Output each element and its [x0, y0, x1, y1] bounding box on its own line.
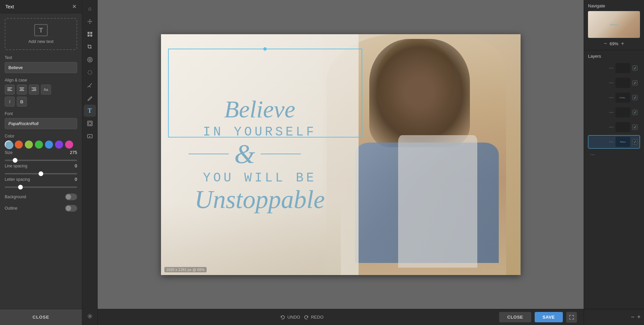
color-swatch-green-yellow[interactable] [25, 141, 33, 149]
toolbar-home-icon[interactable]: ⌂ [84, 3, 96, 15]
close-button-bottom[interactable]: CLOSE [499, 312, 531, 322]
navigate-preview-inner: Believe [588, 11, 640, 38]
line-spacing-row: Line spacing 0 [5, 163, 77, 168]
line-spacing-slider[interactable] [5, 173, 77, 174]
add-text-button[interactable]: T Add new text [5, 18, 77, 50]
zoom-plus-button[interactable]: + [621, 41, 624, 47]
toolbar-settings-icon[interactable] [84, 310, 96, 322]
toolbar-adjust-icon[interactable] [84, 54, 96, 66]
zoom-minus-button[interactable]: − [604, 41, 607, 47]
layer-dots-3[interactable]: ··· [609, 95, 613, 101]
layer-item-3[interactable]: ··· Unstop... [588, 91, 640, 104]
layer-check-4[interactable] [632, 110, 638, 115]
color-swatches [5, 141, 77, 149]
sidebar-close-x-button[interactable]: ✕ [72, 3, 76, 10]
panel-zoom-minus[interactable]: − [631, 314, 635, 321]
bottom-right: CLOSE SAVE [499, 312, 577, 323]
svg-rect-5 [19, 90, 24, 91]
svg-rect-0 [7, 88, 12, 88]
toolbar-crop-icon[interactable] [84, 41, 96, 53]
layer-check-5[interactable] [632, 124, 638, 130]
svg-rect-6 [32, 88, 36, 88]
letter-spacing-row: Letter spacing 0 [5, 177, 77, 182]
svg-rect-3 [19, 88, 24, 88]
svg-rect-4 [20, 89, 23, 90]
undo-button[interactable]: UNDO [280, 315, 300, 320]
line-spacing-label: Line spacing [5, 164, 27, 168]
layer-check-1[interactable] [632, 65, 638, 71]
letter-spacing-slider[interactable] [5, 186, 77, 188]
toolbar-effects-icon[interactable] [84, 66, 96, 78]
layers-title: Layers [588, 54, 640, 59]
align-case-row: Aa [5, 85, 77, 95]
sidebar-title: Text [5, 4, 14, 9]
layer-check-2[interactable] [632, 80, 638, 86]
layer-item-1[interactable]: ··· [588, 61, 640, 75]
layer-dots-5[interactable]: ··· [609, 124, 613, 130]
layer-dots-7[interactable]: ··· [590, 152, 595, 158]
layer-item-7[interactable]: ··· [588, 150, 640, 159]
layer-check-3[interactable] [632, 95, 638, 100]
layer-thumb-2 [615, 78, 630, 88]
redo-button[interactable]: REDO [304, 315, 324, 320]
align-right-button[interactable] [29, 85, 39, 95]
color-swatch-multi[interactable] [5, 141, 13, 149]
layer-item-5[interactable]: ··· [588, 120, 640, 134]
align-center-button[interactable] [17, 85, 27, 95]
bottom-toolbar: UNDO REDO CLOSE SAVE [98, 309, 584, 325]
svg-rect-18 [88, 121, 92, 126]
svg-rect-14 [88, 35, 90, 37]
color-swatch-purple[interactable] [55, 141, 63, 149]
layer-thumb-6: Believe [615, 137, 630, 147]
zoom-value: 69% [609, 41, 618, 46]
toolbar-pen-icon[interactable] [84, 92, 96, 104]
color-swatch-orange[interactable] [15, 141, 23, 149]
toolbar-media-icon[interactable] [84, 130, 96, 142]
toolbar-brush-icon[interactable] [84, 79, 96, 91]
save-button[interactable]: SAVE [535, 312, 563, 322]
text-in-yourself: IN YOURSELF [203, 125, 317, 139]
color-swatch-pink[interactable] [65, 141, 73, 149]
layer-item-4[interactable]: ··· [588, 106, 640, 119]
size-label: Size [5, 150, 12, 155]
style-buttons-row: I B [5, 97, 77, 107]
layer-dots-4[interactable]: ··· [609, 109, 613, 115]
svg-rect-13 [90, 32, 92, 34]
icon-toolbar: ⌂ [82, 0, 98, 325]
toolbar-frames-icon[interactable] [84, 117, 96, 129]
outline-label: Outline [5, 206, 17, 211]
bold-button[interactable]: B [17, 97, 27, 107]
color-swatch-blue[interactable] [45, 141, 53, 149]
layer-thumb-1 [615, 63, 630, 73]
layer-dots-1[interactable]: ··· [609, 65, 613, 71]
background-toggle[interactable] [65, 194, 77, 200]
layer-item-6[interactable]: ··· Believe [588, 135, 640, 149]
layer-dots-2[interactable]: ··· [609, 80, 613, 86]
panel-zoom-plus[interactable]: + [637, 314, 641, 321]
bottom-right-panel: − + [584, 309, 644, 325]
case-transform-button[interactable]: Aa [41, 85, 51, 95]
toolbar-move-icon[interactable] [84, 15, 96, 28]
font-input-field[interactable] [5, 118, 77, 129]
layer-item-2[interactable]: ··· [588, 76, 640, 90]
toolbar-arrange-icon[interactable] [84, 28, 96, 40]
canvas: Believe IN YOURSELF & YOU WILL BE Unstop… [161, 34, 521, 275]
canvas-wrapper[interactable]: Believe IN YOURSELF & YOU WILL BE Unstop… [98, 0, 584, 309]
color-swatch-green[interactable] [35, 141, 43, 149]
letter-spacing-label: Letter spacing [5, 177, 30, 182]
divider-line-right [261, 154, 301, 154]
size-slider[interactable] [5, 160, 77, 161]
expand-button[interactable] [566, 312, 577, 323]
divider-section-top: & [189, 141, 331, 167]
layer-check-6[interactable] [632, 139, 638, 145]
layer-dots-6[interactable]: ··· [609, 139, 613, 145]
align-left-button[interactable] [5, 85, 15, 95]
canvas-area: Believe IN YOURSELF & YOU WILL BE Unstop… [98, 0, 584, 325]
outline-toggle-row: Outline [5, 205, 77, 212]
sidebar-close-button[interactable]: CLOSE [0, 309, 82, 325]
outline-toggle[interactable] [65, 205, 77, 212]
color-label: Color [5, 134, 77, 139]
italic-button[interactable]: I [5, 97, 15, 107]
toolbar-text-icon[interactable]: T [84, 105, 96, 117]
text-input-field[interactable] [5, 62, 77, 73]
